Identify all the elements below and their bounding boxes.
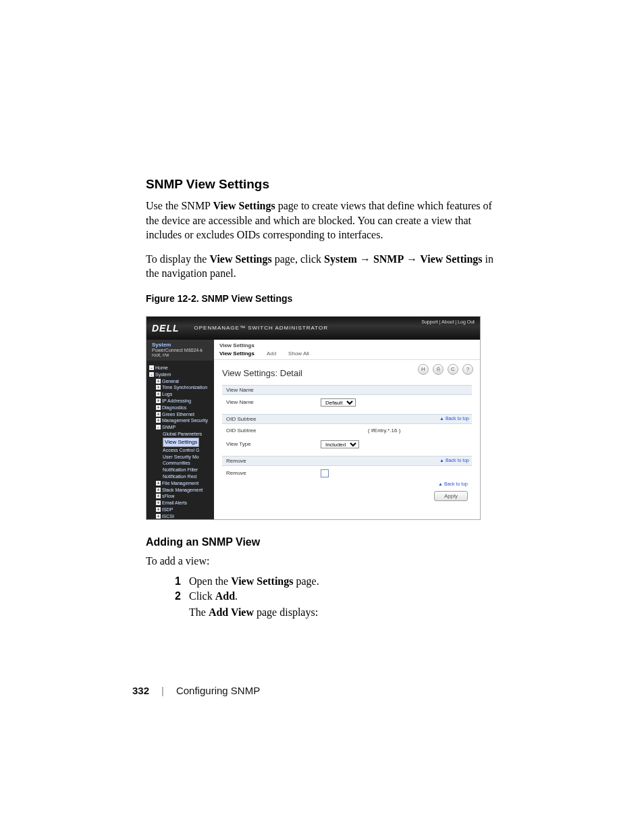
- tree-item[interactable]: +iSCSI: [149, 513, 214, 519]
- sidebar: System PowerConnect M8024-k root, r/w -H…: [146, 340, 214, 519]
- step-2: 2 Click Add.: [165, 590, 498, 602]
- tree-item[interactable]: +Email Alerts: [149, 500, 214, 506]
- checkbox-remove[interactable]: [321, 469, 329, 477]
- step-sub: The Add View page displays:: [189, 606, 498, 619]
- select-view-name[interactable]: Default: [321, 398, 356, 407]
- tree-item[interactable]: User Security Mo: [149, 454, 214, 461]
- tree-toggle-icon[interactable]: +: [156, 385, 161, 390]
- main-panel: View Settings View Settings Add Show All…: [214, 340, 480, 519]
- tree-item[interactable]: +Stack Management: [149, 487, 214, 494]
- label-remove: Remove: [226, 470, 321, 476]
- select-view-type[interactable]: Included: [321, 440, 359, 448]
- tree-item[interactable]: Global Parameters: [149, 431, 214, 438]
- system-title: System: [152, 342, 209, 348]
- page-number: 332: [132, 685, 149, 696]
- section-oid-head: OID Subtree ▲ Back to top: [222, 414, 472, 424]
- page-footer: 332 | Configuring SNMP: [132, 685, 260, 696]
- tree-toggle-icon[interactable]: +: [156, 398, 161, 403]
- section-remove-head: Remove ▲ Back to top: [222, 456, 472, 466]
- tree-toggle-icon[interactable]: +: [156, 379, 161, 384]
- chapter-title: Configuring SNMP: [176, 685, 260, 696]
- tree-toggle-icon[interactable]: +: [156, 494, 161, 498]
- tree-toggle-icon[interactable]: -: [156, 425, 161, 429]
- tree-item[interactable]: Notification Reci: [149, 473, 214, 480]
- label-view-name: View Name: [226, 399, 321, 405]
- tree-toggle-icon[interactable]: +: [156, 412, 161, 417]
- tree-item[interactable]: Communities: [149, 460, 214, 467]
- tree-item[interactable]: -System: [149, 371, 214, 378]
- steps-list: 1 Open the View Settings page. 2 Click A…: [146, 575, 498, 619]
- tree-item[interactable]: +Green Ethernet: [149, 411, 214, 418]
- tab-add[interactable]: Add: [267, 350, 276, 357]
- print-icon[interactable]: ⎙: [433, 364, 444, 375]
- tree-toggle-icon[interactable]: +: [156, 514, 161, 519]
- tree-item[interactable]: +IP Addressing: [149, 398, 214, 405]
- nav-tree[interactable]: -Home-System+General+Time Synchronizatio…: [146, 361, 214, 519]
- step-num-2: 2: [165, 590, 181, 602]
- tree-toggle-icon[interactable]: +: [156, 488, 161, 492]
- tab-view-settings[interactable]: View Settings: [219, 350, 254, 357]
- tree-item[interactable]: -SNMP: [149, 424, 214, 431]
- tree-item[interactable]: +Time Synchronization: [149, 384, 214, 391]
- apply-button[interactable]: Apply: [434, 491, 468, 501]
- tree-toggle-icon[interactable]: +: [156, 507, 161, 512]
- section-view-name-head: View Name: [222, 385, 472, 395]
- figure-label: Figure 12-2. SNMP View Settings: [146, 293, 498, 304]
- tree-item[interactable]: +sFlow: [149, 493, 214, 500]
- breadcrumb: View Settings: [214, 340, 480, 350]
- row-view-name: View Name Default: [222, 395, 472, 410]
- embedded-screenshot: DELL OPENMANAGE™ SWITCH ADMINISTRATOR Su…: [146, 316, 481, 520]
- row-remove: Remove: [222, 466, 472, 481]
- tree-toggle-icon[interactable]: +: [156, 481, 161, 486]
- tree-toggle-icon[interactable]: +: [156, 392, 161, 396]
- system-user: root, r/w: [152, 353, 209, 357]
- row-view-type: View Type Included: [222, 437, 472, 452]
- toolbar-icons: H ⎙ C ?: [418, 364, 473, 375]
- row-oid-subtree: OID Subtree ( ifEntry.*.16 ): [222, 424, 472, 437]
- tree-toggle-icon[interactable]: -: [149, 372, 154, 377]
- step-text-2: Click Add.: [189, 590, 498, 602]
- step-1: 1 Open the View Settings page.: [165, 575, 498, 588]
- label-oid-subtree: OID Subtree: [226, 427, 321, 434]
- tree-item[interactable]: +General: [149, 378, 214, 385]
- section-heading: SNMP View Settings: [146, 177, 498, 192]
- save-icon[interactable]: H: [418, 364, 429, 375]
- tab-show-all[interactable]: Show All: [288, 350, 309, 357]
- system-block: System PowerConnect M8024-k root, r/w: [146, 340, 214, 361]
- tree-item[interactable]: +Diagnostics: [149, 405, 214, 411]
- tree-item[interactable]: +ISDP: [149, 506, 214, 513]
- nav-paragraph: To display the View Settings page, click…: [146, 252, 498, 281]
- tree-item[interactable]: View Settings: [149, 438, 214, 447]
- tree-item[interactable]: Notification Filter: [149, 467, 214, 473]
- back-to-top-link-3[interactable]: ▲ Back to top: [438, 481, 468, 486]
- back-to-top-link-2[interactable]: ▲ Back to top: [439, 458, 469, 463]
- label-view-type: View Type: [226, 441, 321, 447]
- footer-separator: |: [161, 685, 164, 696]
- subsection-heading: Adding an SNMP View: [146, 536, 498, 548]
- tree-item[interactable]: -Home: [149, 365, 214, 371]
- app-title: OPENMANAGE™ SWITCH ADMINISTRATOR: [194, 325, 328, 331]
- help-icon[interactable]: ?: [462, 364, 473, 375]
- system-model: PowerConnect M8024-k: [152, 348, 209, 353]
- intro-paragraph: Use the SNMP View Settings page to creat…: [146, 199, 498, 242]
- tree-toggle-icon[interactable]: -: [149, 365, 154, 370]
- app-banner: DELL OPENMANAGE™ SWITCH ADMINISTRATOR Su…: [146, 317, 480, 340]
- tabs-row: View Settings Add Show All: [214, 350, 480, 360]
- step-text-1: Open the View Settings page.: [189, 575, 498, 588]
- tree-item[interactable]: +File Management: [149, 480, 214, 487]
- tree-item[interactable]: +Management Security: [149, 417, 214, 424]
- lead-text: To add a view:: [146, 554, 498, 569]
- step-num-1: 1: [165, 575, 181, 588]
- tree-toggle-icon[interactable]: +: [156, 405, 161, 410]
- header-links[interactable]: Support | About | Log Out: [421, 319, 475, 324]
- tree-item[interactable]: +Logs: [149, 391, 214, 398]
- refresh-icon[interactable]: C: [448, 364, 458, 375]
- brand-logo: DELL: [152, 323, 180, 334]
- back-to-top-link[interactable]: ▲ Back to top: [439, 416, 469, 421]
- tree-item[interactable]: Access Control G: [149, 447, 214, 454]
- tree-toggle-icon[interactable]: +: [156, 500, 161, 505]
- tree-toggle-icon[interactable]: +: [156, 418, 161, 423]
- value-oid-subtree: ( ifEntry.*.16 ): [368, 427, 400, 434]
